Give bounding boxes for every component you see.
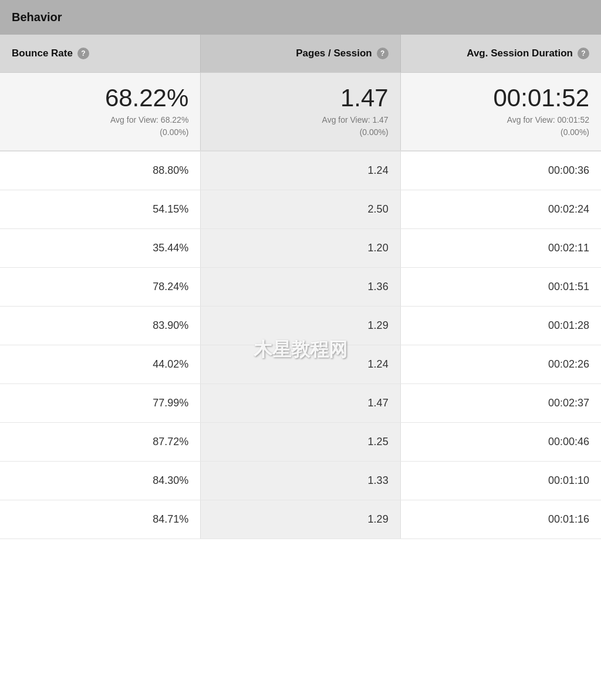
- summary-value-pages-session: 1.47: [212, 85, 388, 112]
- summary-value-bounce-rate: 68.22%: [12, 85, 188, 112]
- table-row: 87.72%1.2500:00:46: [0, 423, 601, 462]
- cell-avg-session: 00:02:24: [401, 190, 601, 228]
- help-icon-bounce-rate[interactable]: ?: [77, 48, 89, 59]
- cell-avg-session: 00:01:16: [401, 500, 601, 539]
- col-label-bounce-rate: Bounce Rate: [12, 48, 73, 59]
- cell-bounce-rate: 88.80%: [0, 152, 200, 190]
- cell-avg-session: 00:01:51: [401, 268, 601, 306]
- cell-pages-session: 1.29: [200, 307, 400, 345]
- section-title: Behavior: [12, 11, 62, 23]
- cell-avg-session: 00:00:46: [401, 423, 601, 461]
- cell-bounce-rate: 84.30%: [0, 462, 200, 500]
- cell-bounce-rate: 35.44%: [0, 229, 200, 267]
- summary-row: 68.22% Avg for View: 68.22%(0.00%) 1.47 …: [0, 73, 601, 152]
- summary-value-avg-session: 00:01:52: [413, 85, 589, 112]
- cell-pages-session: 1.29: [200, 500, 400, 539]
- help-icon-pages-session[interactable]: ?: [377, 48, 389, 59]
- cell-pages-session: 2.50: [200, 190, 400, 228]
- help-icon-avg-session[interactable]: ?: [578, 48, 589, 59]
- cell-avg-session: 00:01:10: [401, 462, 601, 500]
- cell-bounce-rate: 54.15%: [0, 190, 200, 228]
- cell-avg-session: 00:02:26: [401, 345, 601, 383]
- cell-pages-session: 1.25: [200, 423, 400, 461]
- summary-avg-pages-session: Avg for View: 1.47(0.00%): [212, 114, 388, 139]
- col-header-bounce-rate: Bounce Rate ?: [0, 35, 200, 72]
- cell-pages-session: 1.24: [200, 152, 400, 190]
- data-rows-container: 88.80%1.2400:00:3654.15%2.5000:02:2435.4…: [0, 152, 601, 539]
- cell-pages-session: 1.20: [200, 229, 400, 267]
- cell-avg-session: 00:00:36: [401, 152, 601, 190]
- summary-avg-avg-session: Avg for View: 00:01:52(0.00%): [413, 114, 589, 139]
- cell-pages-session: 1.47: [200, 384, 400, 422]
- cell-bounce-rate: 77.99%: [0, 384, 200, 422]
- table-wrapper: Bounce Rate ? Pages / Session ? Avg. Ses…: [0, 35, 601, 539]
- cell-pages-session: 1.24: [200, 345, 400, 383]
- col-label-avg-session: Avg. Session Duration: [467, 48, 573, 59]
- summary-cell-pages-session: 1.47 Avg for View: 1.47(0.00%): [200, 73, 400, 150]
- cell-bounce-rate: 78.24%: [0, 268, 200, 306]
- summary-cell-bounce-rate: 68.22% Avg for View: 68.22%(0.00%): [0, 73, 200, 150]
- cell-pages-session: 1.36: [200, 268, 400, 306]
- section-header: Behavior: [0, 0, 601, 35]
- cell-bounce-rate: 44.02%: [0, 345, 200, 383]
- cell-avg-session: 00:02:37: [401, 384, 601, 422]
- table-row: 54.15%2.5000:02:24: [0, 190, 601, 229]
- cell-avg-session: 00:01:28: [401, 307, 601, 345]
- table-row: 84.30%1.3300:01:10: [0, 462, 601, 500]
- column-header-row: Bounce Rate ? Pages / Session ? Avg. Ses…: [0, 35, 601, 73]
- cell-bounce-rate: 87.72%: [0, 423, 200, 461]
- table-row: 77.99%1.4700:02:37: [0, 384, 601, 423]
- table-row: 35.44%1.2000:02:11: [0, 229, 601, 268]
- summary-cell-avg-session: 00:01:52 Avg for View: 00:01:52(0.00%): [401, 73, 601, 150]
- cell-bounce-rate: 83.90%: [0, 307, 200, 345]
- table-row: 84.71%1.2900:01:16: [0, 500, 601, 539]
- cell-bounce-rate: 84.71%: [0, 500, 200, 539]
- table-row: 83.90%1.2900:01:28: [0, 307, 601, 345]
- cell-avg-session: 00:02:11: [401, 229, 601, 267]
- summary-avg-bounce-rate: Avg for View: 68.22%(0.00%): [12, 114, 188, 139]
- table-row: 78.24%1.3600:01:51: [0, 268, 601, 307]
- table-row: 44.02%1.2400:02:26: [0, 345, 601, 384]
- col-header-pages-session: Pages / Session ?: [200, 35, 400, 72]
- cell-pages-session: 1.33: [200, 462, 400, 500]
- table-row: 88.80%1.2400:00:36: [0, 152, 601, 190]
- col-label-pages-session: Pages / Session: [296, 48, 372, 59]
- col-header-avg-session: Avg. Session Duration ?: [401, 35, 601, 72]
